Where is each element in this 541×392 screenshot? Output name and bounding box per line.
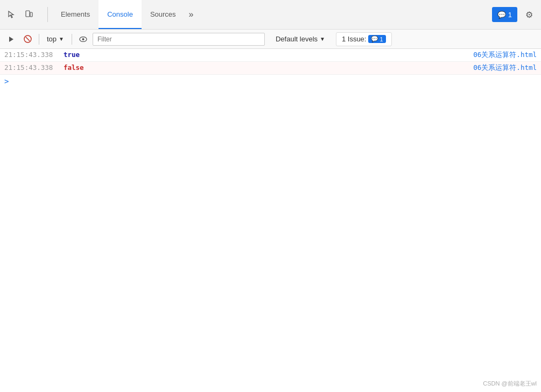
- svg-point-6: [82, 38, 85, 40]
- svg-marker-2: [9, 37, 13, 42]
- cursor-icon[interactable]: [4, 7, 19, 22]
- console-log-row: 21:15:43.338 true 06关系运算符.html: [0, 49, 541, 62]
- tab-sources[interactable]: Sources: [142, 0, 185, 29]
- feedback-icon: 💬: [497, 11, 506, 19]
- svg-rect-0: [26, 11, 30, 17]
- console-output: 21:15:43.338 true 06关系运算符.html 21:15:43.…: [0, 49, 541, 392]
- console-divider-2: [72, 34, 72, 45]
- console-log-row: 21:15:43.338 false 06关系运算符.html: [0, 62, 541, 75]
- top-context-dropdown[interactable]: top ▼: [44, 34, 67, 44]
- eye-icon[interactable]: [76, 32, 90, 46]
- toolbar-icons-group: [4, 7, 37, 22]
- log-timestamp-1: 21:15:43.338: [4, 51, 64, 60]
- feedback-badge-button[interactable]: 💬 1: [492, 7, 517, 22]
- log-timestamp-2: 21:15:43.338: [4, 63, 64, 73]
- main-content: top ▼ Default levels ▼ 1 Issue: 💬 1 21:1…: [0, 30, 541, 392]
- issue-button[interactable]: 1 Issue: 💬 1: [336, 32, 392, 46]
- toolbar-divider-1: [47, 7, 48, 22]
- tab-more-button[interactable]: »: [185, 0, 198, 29]
- tab-elements[interactable]: Elements: [52, 0, 99, 29]
- clear-console-icon[interactable]: [20, 32, 34, 46]
- watermark: CSDN @前端老王wl: [483, 380, 537, 388]
- toolbar-right: 💬 1 ⚙: [492, 7, 537, 22]
- sidebar-toggle-icon[interactable]: [4, 32, 18, 46]
- filter-input[interactable]: [93, 33, 265, 46]
- device-toggle-icon[interactable]: [22, 7, 37, 22]
- issue-badge-icon: 💬: [371, 35, 378, 42]
- console-prompt-row: >: [0, 75, 541, 88]
- top-context-arrow: ▼: [59, 36, 64, 42]
- issue-badge-count: 1: [380, 36, 383, 42]
- console-divider-1: [39, 34, 39, 45]
- issue-badge: 💬 1: [368, 35, 385, 43]
- console-toolbar: top ▼ Default levels ▼ 1 Issue: 💬 1: [0, 30, 541, 49]
- log-value-false-2: false: [64, 63, 473, 73]
- tab-console[interactable]: Console: [99, 0, 142, 29]
- tab-bar: Elements Console Sources »: [52, 0, 198, 29]
- log-source-1[interactable]: 06关系运算符.html: [473, 51, 537, 60]
- settings-icon[interactable]: ⚙: [522, 7, 537, 22]
- top-toolbar: Elements Console Sources » 💬 1 ⚙: [0, 0, 541, 30]
- feedback-count: 1: [508, 11, 512, 19]
- log-value-true-1: true: [64, 51, 473, 60]
- log-source-2[interactable]: 06关系运算符.html: [473, 63, 537, 73]
- default-levels-arrow: ▼: [320, 36, 325, 42]
- top-context-label: top: [47, 35, 57, 43]
- default-levels-dropdown[interactable]: Default levels ▼: [271, 34, 329, 44]
- prompt-arrow-icon: >: [4, 77, 9, 85]
- default-levels-label: Default levels: [276, 35, 318, 43]
- svg-line-4: [26, 37, 30, 41]
- issue-prefix: 1 Issue:: [342, 35, 367, 43]
- svg-rect-1: [30, 12, 32, 17]
